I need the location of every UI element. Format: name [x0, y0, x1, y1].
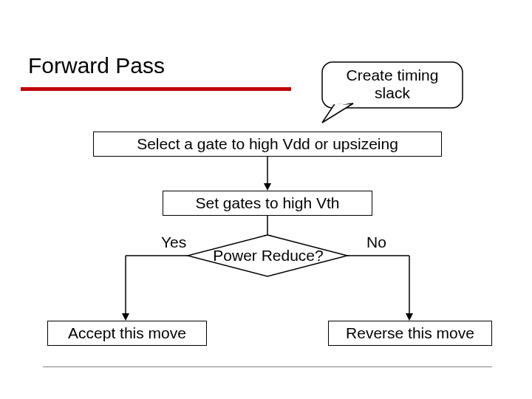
svg-marker-12	[406, 313, 413, 321]
branch-yes-label: Yes	[161, 233, 186, 251]
svg-marker-9	[122, 313, 129, 321]
slide-title: Forward Pass	[28, 53, 165, 78]
title-underline	[21, 87, 291, 91]
callout-line2: slack	[322, 84, 463, 102]
box-set-gates-text: Set gates to high Vth	[196, 194, 340, 212]
box-select-gate-text: Select a gate to high Vdd or upsizeing	[137, 135, 398, 153]
box-reverse-text: Reverse this move	[346, 324, 474, 342]
box-accept: Accept this move	[47, 321, 207, 346]
box-set-gates: Set gates to high Vth	[163, 191, 372, 216]
svg-marker-4	[264, 183, 271, 191]
branch-no-label: No	[366, 233, 386, 251]
box-select-gate: Select a gate to high Vdd or upsizeing	[93, 132, 442, 157]
callout-text: Create timing slack	[322, 66, 463, 102]
svg-marker-6	[264, 235, 271, 242]
box-accept-text: Accept this move	[68, 324, 186, 342]
decision-text: Power Reduce?	[205, 247, 331, 265]
svg-marker-2	[335, 103, 352, 106]
box-reverse: Reverse this move	[328, 321, 492, 346]
slide-canvas: Forward Pass Create timing slack	[0, 0, 532, 399]
bottom-divider	[43, 366, 492, 367]
callout-line1: Create timing	[322, 66, 463, 84]
svg-marker-1	[322, 103, 353, 123]
